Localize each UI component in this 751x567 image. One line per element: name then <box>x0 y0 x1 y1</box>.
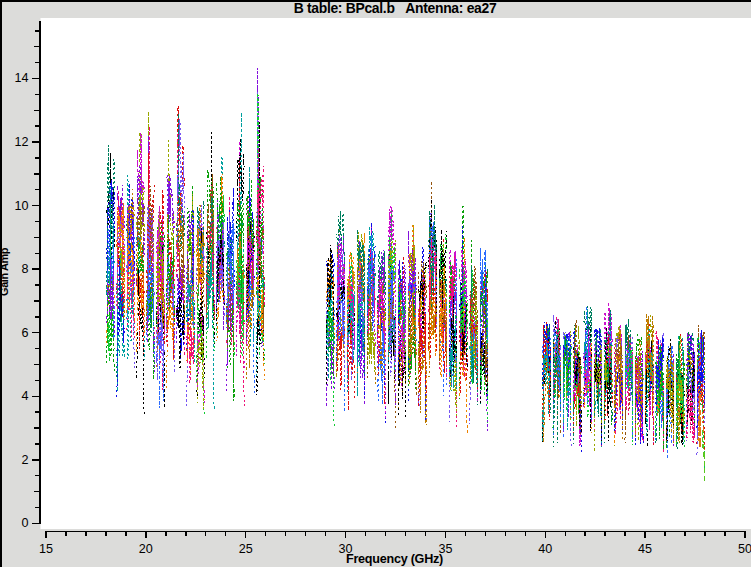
svg-text:10: 10 <box>14 199 28 213</box>
svg-text:Gain Amp: Gain Amp <box>0 247 10 296</box>
svg-text:20: 20 <box>139 542 153 556</box>
svg-text:45: 45 <box>638 542 652 556</box>
svg-text:15: 15 <box>39 542 53 556</box>
svg-text:40: 40 <box>538 542 552 556</box>
svg-text:0: 0 <box>21 516 28 530</box>
svg-text:2: 2 <box>21 453 28 467</box>
svg-text:30: 30 <box>339 542 353 556</box>
svg-text:35: 35 <box>438 542 452 556</box>
svg-text:4: 4 <box>21 389 28 403</box>
svg-text:14: 14 <box>14 71 28 85</box>
svg-text:50: 50 <box>738 542 751 556</box>
svg-text:25: 25 <box>239 542 253 556</box>
svg-text:12: 12 <box>14 135 28 149</box>
svg-text:8: 8 <box>21 262 28 276</box>
svg-text:B table: BPcal.b Antenna: ea: B table: BPcal.b Antenna: ea27 <box>294 0 497 16</box>
svg-text:6: 6 <box>21 326 28 340</box>
svg-text:Frequency (GHz): Frequency (GHz) <box>346 552 443 566</box>
